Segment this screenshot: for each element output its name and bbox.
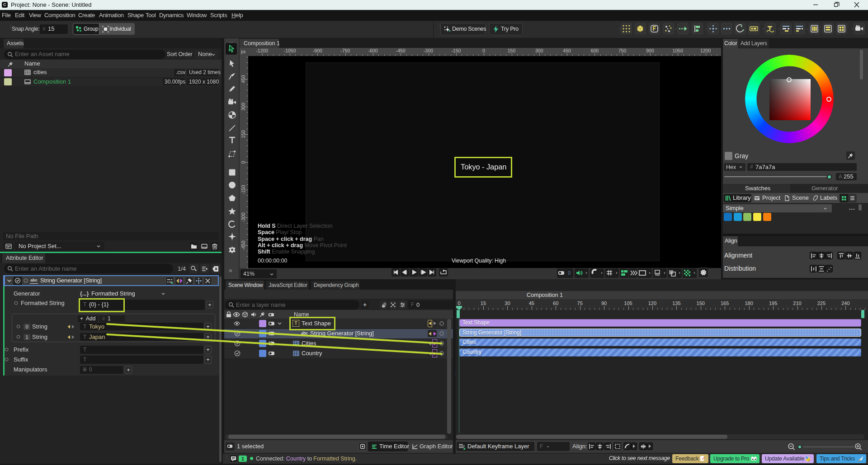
svg-text:0: 0 <box>568 270 571 276</box>
